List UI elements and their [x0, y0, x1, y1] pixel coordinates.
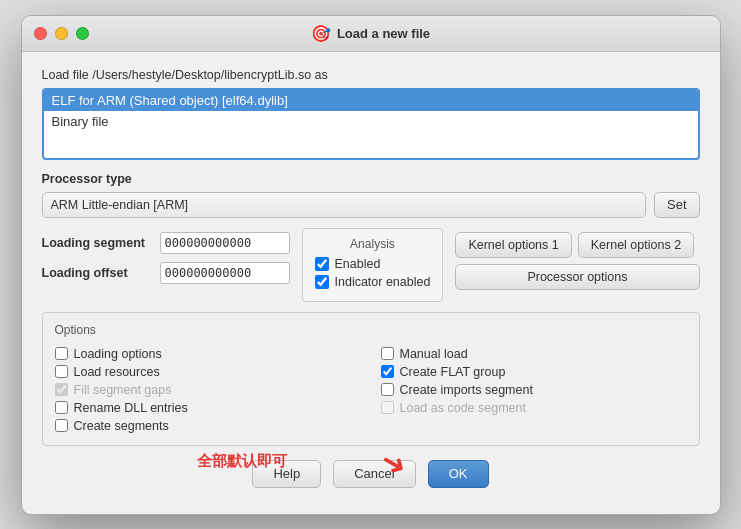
- option-create-imports-segment: Load as code segment: [381, 399, 687, 417]
- rename-dll-entries-label: Create FLAT group: [400, 365, 506, 379]
- file-list-item-binary[interactable]: Binary file: [44, 111, 698, 132]
- analysis-area: Analysis Enabled Indicator enabled: [302, 228, 444, 302]
- option-load-as-code-segment: Create segments: [55, 417, 361, 435]
- loading-options-label: Loading options: [74, 347, 162, 361]
- right-buttons: Kernel options 1 Kernel options 2 Proces…: [455, 232, 699, 290]
- kernel-options-row: Kernel options 1 Kernel options 2: [455, 232, 699, 258]
- option-loading-options: Loading options: [55, 345, 361, 363]
- processor-row: ARM Little-endian [ARM] Set: [42, 192, 700, 218]
- loading-offset-input[interactable]: [160, 262, 290, 284]
- file-list[interactable]: ELF for ARM (Shared object) [elf64.dylib…: [42, 88, 700, 160]
- loading-offset-label: Loading offset: [42, 266, 152, 280]
- left-fields: Loading segment Loading offset: [42, 232, 290, 284]
- kernel-options-2-button[interactable]: Kernel options 2: [578, 232, 694, 258]
- window-title: 🎯 Load a new file: [311, 24, 430, 43]
- loading-segment-input[interactable]: [160, 232, 290, 254]
- options-section: Options Loading options Load resources F…: [42, 312, 700, 446]
- fill-segment-gaps-label: Load resources: [74, 365, 160, 379]
- processor-options-row: Processor options: [455, 264, 699, 290]
- annotation-text: 全部默认即可: [197, 452, 287, 471]
- create-segments-checkbox: [55, 383, 68, 396]
- minimize-button[interactable]: [55, 27, 68, 40]
- fill-segment-gaps-checkbox[interactable]: [55, 365, 68, 378]
- analysis-title: Analysis: [315, 237, 431, 251]
- indicator-enabled-checkbox[interactable]: [315, 275, 329, 289]
- kernel-options-1-button[interactable]: Kernel options 1: [455, 232, 571, 258]
- title-icon: 🎯: [311, 24, 331, 43]
- close-button[interactable]: [34, 27, 47, 40]
- option-load-resources: Manual load: [381, 345, 687, 363]
- titlebar: 🎯 Load a new file: [22, 16, 720, 52]
- option-create-segments: Fill segment gaps: [55, 381, 361, 399]
- footer-area: 全部默认即可 ➜ Help Cancel OK: [42, 446, 700, 498]
- window-content: Load file /Users/hestyle/Desktop/libencr…: [22, 52, 720, 514]
- loading-offset-row: Loading offset: [42, 262, 290, 284]
- option-create-flat-group: Rename DLL entries: [55, 399, 361, 417]
- options-col-0: Loading options Load resources Fill segm…: [55, 345, 361, 435]
- loading-segment-row: Loading segment: [42, 232, 290, 254]
- manual-load-checkbox[interactable]: [381, 383, 394, 396]
- manual-load-label: Create imports segment: [400, 383, 533, 397]
- load-path-label: Load file /Users/hestyle/Desktop/libencr…: [42, 68, 700, 82]
- processor-options-button[interactable]: Processor options: [455, 264, 699, 290]
- processor-type-label: Processor type: [42, 172, 700, 186]
- create-imports-segment-label: Load as code segment: [400, 401, 526, 415]
- options-section-label: Options: [55, 323, 687, 337]
- set-button[interactable]: Set: [654, 192, 700, 218]
- enabled-checkbox-row: Enabled: [315, 257, 431, 271]
- analysis-group: Analysis Enabled Indicator enabled: [302, 228, 444, 302]
- option-fill-segment-gaps: Load resources: [55, 363, 361, 381]
- enabled-label: Enabled: [335, 257, 381, 271]
- loading-options-checkbox[interactable]: [55, 347, 68, 360]
- titlebar-buttons: [34, 27, 89, 40]
- create-flat-group-checkbox[interactable]: [55, 401, 68, 414]
- load-resources-label: Manual load: [400, 347, 468, 361]
- ok-button[interactable]: OK: [428, 460, 489, 488]
- maximize-button[interactable]: [76, 27, 89, 40]
- main-window: 🎯 Load a new file Load file /Users/hesty…: [21, 15, 721, 515]
- indicator-enabled-label: Indicator enabled: [335, 275, 431, 289]
- options-col-1: Manual load Create FLAT group Create imp…: [381, 345, 687, 435]
- option-manual-load: Create imports segment: [381, 381, 687, 399]
- load-resources-checkbox[interactable]: [381, 347, 394, 360]
- processor-select[interactable]: ARM Little-endian [ARM]: [42, 192, 646, 218]
- middle-row: Loading segment Loading offset Analysis …: [42, 232, 700, 302]
- processor-select-wrapper: ARM Little-endian [ARM]: [42, 192, 646, 218]
- enabled-checkbox[interactable]: [315, 257, 329, 271]
- load-as-code-segment-checkbox[interactable]: [55, 419, 68, 432]
- load-as-code-segment-label: Create segments: [74, 419, 169, 433]
- create-flat-group-label: Rename DLL entries: [74, 401, 188, 415]
- create-imports-segment-checkbox: [381, 401, 394, 414]
- indicator-enabled-checkbox-row: Indicator enabled: [315, 275, 431, 289]
- option-rename-dll-entries: Create FLAT group: [381, 363, 687, 381]
- file-list-item-elf[interactable]: ELF for ARM (Shared object) [elf64.dylib…: [44, 90, 698, 111]
- rename-dll-entries-checkbox[interactable]: [381, 365, 394, 378]
- options-grid: Loading options Load resources Fill segm…: [55, 345, 687, 435]
- loading-segment-label: Loading segment: [42, 236, 152, 250]
- create-segments-label: Fill segment gaps: [74, 383, 172, 397]
